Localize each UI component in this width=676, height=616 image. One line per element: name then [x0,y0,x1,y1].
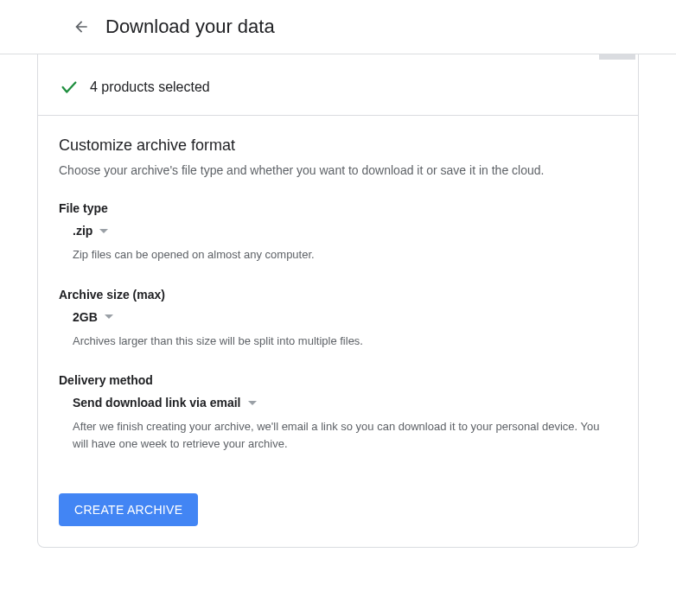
file-type-dropdown[interactable]: .zip [59,224,617,238]
delivery-method-value: Send download link via email [73,396,241,410]
section-description: Choose your archive's file type and whet… [59,163,617,177]
archive-size-value: 2GB [73,310,98,324]
delivery-method-label: Delivery method [59,373,617,387]
file-type-help: Zip files can be opened on almost any co… [59,246,617,264]
customize-section: Customize archive format Choose your arc… [38,116,638,547]
page-title: Download your data [105,16,275,38]
archive-size-help: Archives larger than this size will be s… [59,333,617,350]
products-selected-text: 4 products selected [90,79,210,95]
delivery-method-dropdown[interactable]: Send download link via email [59,396,617,410]
archive-size-group: Archive size (max) 2GB Archives larger t… [59,288,617,350]
chevron-down-icon [248,401,257,405]
file-type-group: File type .zip Zip files can be opened o… [59,201,617,264]
archive-size-dropdown[interactable]: 2GB [59,310,617,324]
section-title: Customize archive format [59,137,617,155]
back-arrow-icon[interactable] [71,16,92,37]
products-selected-row[interactable]: 4 products selected [38,60,638,116]
delivery-method-help: After we finish creating your archive, w… [59,418,617,452]
header-bar: Download your data [0,0,676,54]
archive-size-label: Archive size (max) [59,288,617,302]
file-type-label: File type [59,201,617,215]
check-icon [59,77,80,98]
delivery-method-group: Delivery method Send download link via e… [59,373,617,452]
main-card: 4 products selected Customize archive fo… [37,54,639,548]
file-type-value: .zip [73,224,92,238]
chevron-down-icon [105,314,113,319]
chevron-down-icon [99,229,108,233]
create-archive-button[interactable]: CREATE ARCHIVE [59,493,198,526]
